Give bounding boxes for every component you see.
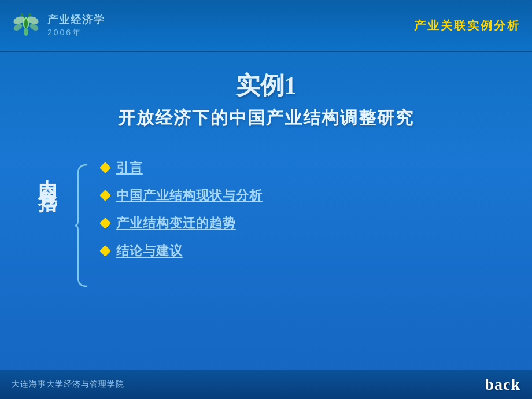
menu-item-trend[interactable]: 产业结构变迁的趋势 — [101, 215, 263, 232]
bullet-status — [99, 190, 111, 201]
back-button[interactable]: back — [485, 375, 520, 394]
menu-text-status[interactable]: 中国产业结构现状与分析 — [116, 187, 263, 204]
footer-institution: 大连海事大学经济与管理学院 — [12, 379, 124, 390]
menu-item-intro[interactable]: 引言 — [101, 159, 263, 176]
header-left: 产业经济学 2006年 — [12, 11, 105, 40]
menu-text-trend[interactable]: 产业结构变迁的趋势 — [116, 215, 236, 232]
content-area: 内容包括 引言 中国产业结构现状与分析 产业结构变迁 — [35, 153, 497, 289]
footer: 大连海事大学经济与管理学院 back — [0, 370, 532, 399]
slide-number: 实例1 — [236, 69, 297, 102]
menu-text-conclusion[interactable]: 结论与建议 — [116, 242, 183, 260]
slide-container: 产业经济学 2006年 产业关联实例分析 实例1 开放经济下的中国产业结构调整研… — [0, 0, 532, 399]
menu-text-intro[interactable]: 引言 — [116, 159, 143, 176]
logo-icon — [12, 11, 40, 40]
bracket-svg — [72, 162, 90, 289]
header: 产业经济学 2006年 产业关联实例分析 — [0, 0, 532, 52]
menu-item-conclusion[interactable]: 结论与建议 — [101, 242, 263, 260]
menu-items: 引言 中国产业结构现状与分析 产业结构变迁的趋势 结论与建议 — [101, 153, 263, 260]
svg-point-6 — [24, 19, 28, 28]
menu-item-status[interactable]: 中国产业结构现状与分析 — [101, 187, 263, 204]
bullet-conclusion — [99, 245, 111, 257]
course-year: 2006年 — [47, 28, 105, 38]
bracket-container — [72, 153, 90, 289]
course-name: 产业经济学 — [47, 13, 105, 27]
slide-subtitle: 开放经济下的中国产业结构调整研究 — [118, 106, 414, 130]
main-content: 实例1 开放经济下的中国产业结构调整研究 内容包括 引言 中国产业结构现状与分析 — [0, 52, 532, 370]
svg-point-9 — [21, 13, 23, 16]
sidebar-label: 内容包括 — [35, 153, 66, 183]
header-right-title: 产业关联实例分析 — [414, 18, 520, 34]
bullet-intro — [99, 162, 111, 173]
header-text: 产业经济学 2006年 — [47, 13, 105, 38]
svg-point-1 — [24, 28, 28, 36]
svg-point-10 — [29, 13, 31, 16]
bullet-trend — [99, 217, 111, 229]
